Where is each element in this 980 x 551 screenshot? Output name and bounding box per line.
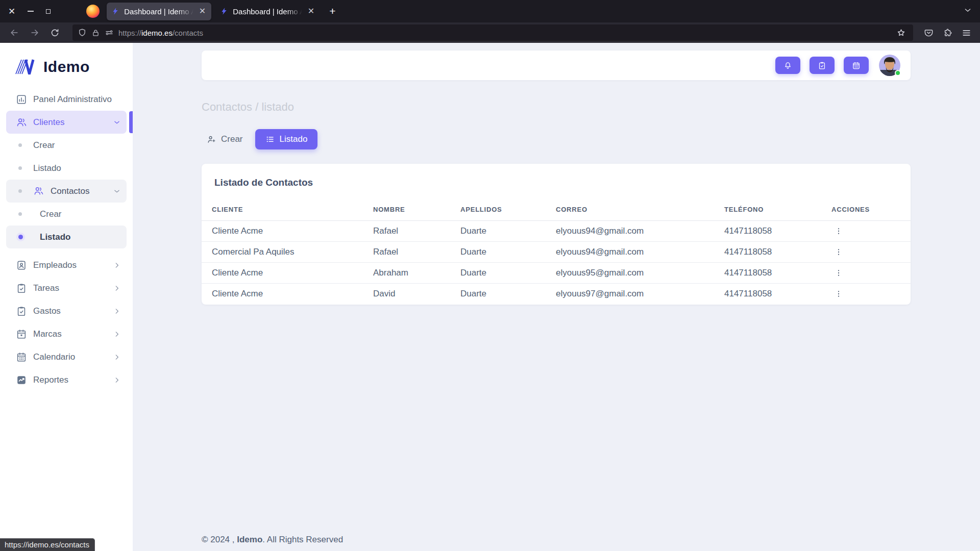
listado-button-label: Listado — [280, 134, 308, 144]
sidebar-menu: Panel Administrativo Clientes Crear List… — [0, 88, 133, 391]
browser-tab-inactive[interactable]: Dashboard | Idemo Admin ✕ — [215, 3, 320, 20]
calendar-button[interactable] — [844, 57, 869, 74]
sidebar-item-label: Panel Administrativo — [33, 94, 120, 105]
user-plus-icon — [207, 135, 216, 144]
column-header-apellidos: APELLIDOS — [450, 199, 546, 221]
logo-text: Idemo — [43, 58, 90, 76]
reload-icon[interactable] — [46, 26, 63, 39]
breadcrumb: Contactos / listado — [202, 101, 911, 114]
sidebar-item-label: Crear — [33, 140, 120, 151]
chevron-right-icon — [113, 354, 120, 361]
sidebar-item-clientes[interactable]: Clientes — [6, 111, 127, 134]
window-maximize-button[interactable] — [46, 9, 51, 14]
column-header-cliente: CLIENTE — [202, 199, 363, 221]
sidebar-item-label: Tareas — [33, 283, 107, 293]
sidebar-item-contactos-listado[interactable]: Listado — [6, 226, 127, 248]
cell-correo: elyouus95@gmail.com — [546, 263, 714, 284]
user-avatar[interactable] — [879, 55, 900, 76]
cell-nombre: David — [363, 284, 450, 305]
tab-close-icon[interactable]: ✕ — [307, 6, 315, 16]
sidebar-item-contactos-crear[interactable]: Crear — [6, 203, 127, 226]
cell-cliente: Cliente Acme — [202, 263, 363, 284]
permissions-tune-icon[interactable] — [105, 28, 114, 37]
app-logo[interactable]: Idemo — [0, 43, 133, 88]
sidebar-item-label: Gastos — [33, 306, 107, 316]
listado-button[interactable]: Listado — [255, 129, 318, 149]
window-minimize-button[interactable] — [28, 11, 34, 12]
chart-panel-icon — [16, 94, 27, 105]
cell-nombre: Abraham — [363, 263, 450, 284]
crear-button-label: Crear — [221, 134, 243, 144]
sidebar-item-label: Calendario — [33, 352, 107, 362]
top-header-card — [202, 51, 911, 80]
users-icon — [16, 117, 27, 128]
browser-tab-active[interactable]: Dashboard | Idemo Admin ✕ — [107, 3, 211, 20]
pocket-icon[interactable] — [920, 26, 937, 40]
clipboard-check-icon — [16, 283, 27, 294]
cell-cliente: Comercial Pa Aquiles — [202, 242, 363, 263]
tracking-shield-icon[interactable] — [78, 28, 87, 37]
chevron-right-icon — [113, 377, 120, 384]
sidebar-item-contactos[interactable]: Contactos — [6, 180, 127, 203]
sidebar-item-panel-administrativo[interactable]: Panel Administrativo — [6, 88, 127, 111]
calendar-icon — [852, 61, 861, 70]
back-icon[interactable] — [5, 26, 23, 40]
new-tab-button[interactable]: + — [324, 4, 340, 18]
cell-telefono: 4147118058 — [714, 263, 821, 284]
chevron-down-icon — [113, 188, 120, 195]
browser-tab-bar: ✕ Dashboard | Idemo Admin ✕ Dashboard | … — [0, 0, 980, 22]
sidebar-item-label: Contactos — [51, 186, 107, 196]
sidebar-item-reportes[interactable]: Reportes — [6, 368, 127, 391]
active-bullet-icon — [18, 235, 23, 239]
sidebar-item-label: Crear — [33, 209, 120, 219]
table-row: Cliente Acme Abraham Duarte elyouus95@gm… — [202, 263, 911, 284]
sidebar-item-label: Reportes — [33, 375, 107, 385]
sidebar-item-label: Clientes — [33, 117, 107, 128]
sidebar-item-label: Listado — [33, 163, 120, 173]
sidebar-item-clientes-crear[interactable]: Crear — [6, 134, 127, 157]
contacts-table-card: Listado de Contactos CLIENTE NOMBRE APEL… — [202, 164, 911, 305]
sidebar-item-calendario[interactable]: Calendario — [6, 345, 127, 368]
chevron-right-icon — [113, 285, 120, 292]
cell-telefono: 4147118058 — [714, 242, 821, 263]
extensions-puzzle-icon[interactable] — [939, 26, 956, 40]
sidebar-item-gastos[interactable]: Gastos — [6, 299, 127, 322]
bullet-icon — [18, 143, 22, 147]
notifications-button[interactable] — [775, 57, 800, 74]
row-actions-kebab-icon[interactable] — [831, 288, 846, 300]
calendar-icon — [16, 352, 27, 363]
menu-divider-gap — [6, 248, 127, 254]
tab-title: Dashboard | Idemo Admin — [233, 7, 302, 16]
url-bar[interactable]: https://idemo.es/contacts — [72, 24, 913, 41]
lock-icon[interactable] — [91, 29, 100, 37]
sidebar-item-tareas[interactable]: Tareas — [6, 277, 127, 299]
table-header-row: CLIENTE NOMBRE APELLIDOS CORREO TELÉFONO… — [202, 199, 911, 221]
logo-mark-icon — [15, 59, 39, 74]
crear-button[interactable]: Crear — [202, 130, 248, 148]
table-title: Listado de Contactos — [202, 164, 911, 199]
row-actions-kebab-icon[interactable] — [831, 246, 846, 258]
cell-telefono: 4147118058 — [714, 221, 821, 242]
tab-close-icon[interactable]: ✕ — [198, 6, 207, 16]
chevron-right-icon — [113, 308, 120, 315]
cell-apellidos: Duarte — [450, 263, 546, 284]
cell-apellidos: Duarte — [450, 221, 546, 242]
row-actions-kebab-icon[interactable] — [831, 267, 846, 279]
sidebar-item-clientes-listado[interactable]: Listado — [6, 157, 127, 180]
column-header-correo: CORREO — [546, 199, 714, 221]
link-target-status-tooltip: https://idemo.es/contacts — [0, 538, 95, 551]
cell-nombre: Rafael — [363, 242, 450, 263]
sidebar-item-marcas[interactable]: Marcas — [6, 322, 127, 345]
cell-cliente: Cliente Acme — [202, 221, 363, 242]
window-close-button[interactable]: ✕ — [8, 7, 15, 16]
row-actions-kebab-icon[interactable] — [831, 225, 846, 237]
bookmark-star-icon[interactable] — [894, 27, 908, 39]
menu-hamburger-icon[interactable] — [958, 26, 975, 40]
forward-icon[interactable] — [26, 26, 44, 40]
bullet-icon — [18, 212, 22, 216]
sidebar-item-empleados[interactable]: Empleados — [6, 254, 127, 277]
clipboard-check-icon — [16, 306, 27, 317]
list-all-tabs-chevron-icon[interactable] — [964, 6, 972, 14]
tasks-button[interactable] — [810, 57, 835, 74]
tab-title: Dashboard | Idemo Admin — [124, 7, 193, 16]
